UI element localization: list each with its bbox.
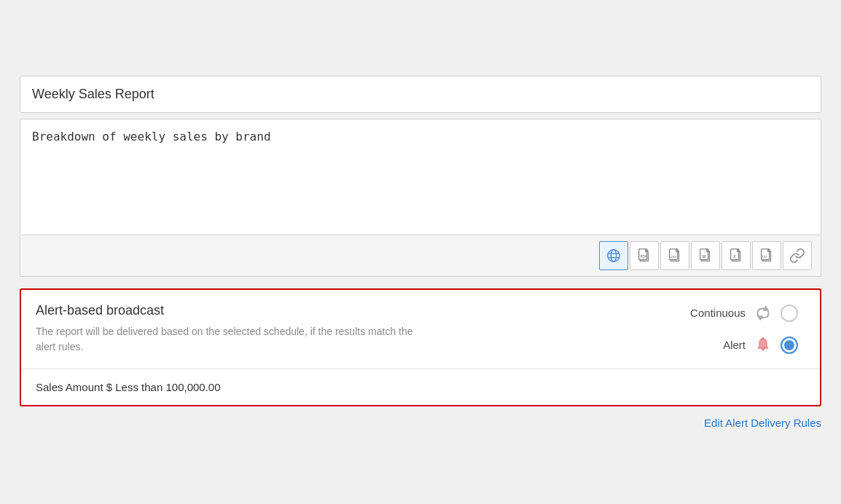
svg-text:CSV: CSV bbox=[670, 254, 677, 258]
svg-point-1 bbox=[611, 249, 616, 261]
alert-bell-icon bbox=[753, 335, 773, 355]
format-toolbar: PDF CSV W bbox=[20, 235, 821, 277]
continuous-icon bbox=[753, 303, 773, 323]
alert-option-row: Alert bbox=[723, 335, 798, 355]
format-excel-button[interactable]: X bbox=[721, 241, 751, 270]
continuous-option-row: Continuous bbox=[690, 303, 798, 323]
alert-label: Alert bbox=[723, 339, 746, 351]
svg-text:W: W bbox=[702, 253, 706, 258]
report-title-input[interactable] bbox=[20, 76, 821, 113]
svg-text:PDF: PDF bbox=[641, 254, 647, 258]
svg-text:X: X bbox=[733, 253, 736, 258]
alert-top-row: Alert-based broadcast The report will be… bbox=[21, 290, 820, 369]
format-html-button[interactable] bbox=[599, 241, 628, 270]
format-word-button[interactable]: W bbox=[691, 241, 720, 270]
alert-broadcast-title: Alert-based broadcast bbox=[36, 303, 690, 318]
continuous-label: Continuous bbox=[690, 307, 746, 319]
continuous-radio[interactable] bbox=[781, 304, 798, 322]
condition-operator: Less than bbox=[115, 381, 165, 393]
alert-broadcast-section: Alert-based broadcast The report will be… bbox=[20, 288, 821, 406]
svg-text:TXT: TXT bbox=[762, 255, 768, 258]
condition-value: 100,000.00 bbox=[165, 381, 220, 393]
format-txt-button[interactable]: TXT bbox=[752, 241, 781, 270]
format-pdf-button[interactable]: PDF bbox=[630, 241, 659, 270]
format-link-button[interactable] bbox=[783, 241, 812, 270]
alert-broadcast-subtitle: The report will be delivered based on th… bbox=[36, 324, 415, 355]
svg-point-14 bbox=[762, 337, 764, 339]
condition-field: Sales Amount $ bbox=[36, 381, 112, 393]
report-description-input[interactable]: Breakdown of weekly sales by brand bbox=[20, 119, 821, 235]
svg-point-0 bbox=[608, 249, 620, 261]
alert-text-column: Alert-based broadcast The report will be… bbox=[36, 303, 690, 355]
format-csv-button[interactable]: CSV bbox=[660, 241, 689, 270]
alert-radio[interactable] bbox=[781, 336, 798, 354]
alert-condition-row: Sales Amount $ Less than 100,000.00 bbox=[21, 369, 820, 405]
edit-link-row: Edit Alert Delivery Rules bbox=[20, 412, 821, 429]
broadcast-radio-group: Continuous bbox=[690, 303, 805, 355]
main-container: Breakdown of weekly sales by brand PDF bbox=[20, 61, 821, 444]
edit-alert-delivery-rules-link[interactable]: Edit Alert Delivery Rules bbox=[704, 417, 821, 429]
